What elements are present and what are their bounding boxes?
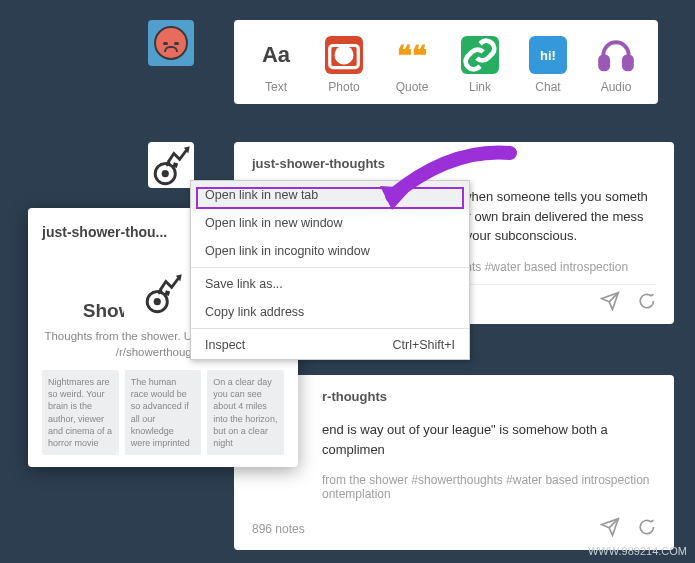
quote-icon: ❝❝ [393, 36, 431, 74]
compose-chat[interactable]: hi! Chat [514, 36, 582, 94]
svg-rect-2 [600, 57, 608, 70]
post-card-2: r-thoughts end is way out of your league… [234, 375, 674, 550]
compose-text[interactable]: Aa Text [242, 36, 310, 94]
gear-chart-icon [148, 142, 194, 188]
post-footer: 896 notes [252, 511, 656, 540]
audio-icon [597, 36, 635, 74]
ctx-separator [191, 328, 469, 329]
annotation-arrow [370, 138, 520, 232]
post-username[interactable]: r-thoughts [252, 389, 656, 404]
post-tags[interactable]: from the shower #showerthoughts #water b… [252, 473, 656, 501]
hover-card-thumbs: Nightmares are so weird. Your brain is t… [42, 370, 284, 455]
ctx-copy-link[interactable]: Copy link address [191, 298, 469, 326]
compose-label: Chat [535, 80, 560, 94]
reply-icon[interactable] [636, 291, 656, 314]
photo-icon [325, 36, 363, 74]
ctx-save-link[interactable]: Save link as... [191, 270, 469, 298]
hover-card-avatar[interactable] [128, 258, 198, 328]
share-icon[interactable] [600, 291, 620, 314]
post-body: end is way out of your league" is someho… [252, 420, 656, 459]
ctx-shortcut: Ctrl+Shift+I [392, 338, 455, 352]
hover-thumb[interactable]: On a clear day you can see about 4 miles… [207, 370, 284, 455]
compose-quote[interactable]: ❝❝ Quote [378, 36, 446, 94]
compose-audio[interactable]: Audio [582, 36, 650, 94]
svg-point-0 [335, 46, 354, 65]
text-icon: Aa [257, 36, 295, 74]
compose-label: Text [265, 80, 287, 94]
compose-card: Aa Text Photo ❝❝ Quote Link hi! Chat [234, 20, 658, 104]
watermark-text: WWW.989214.COM [588, 545, 687, 557]
compose-photo[interactable]: Photo [310, 36, 378, 94]
compose-label: Audio [601, 80, 632, 94]
compose-label: Link [469, 80, 491, 94]
gear-chart-icon [140, 270, 186, 316]
hover-thumb[interactable]: Nightmares are so weird. Your brain is t… [42, 370, 119, 455]
avatar-face-icon [154, 26, 188, 60]
reply-icon[interactable] [636, 517, 656, 540]
compose-link[interactable]: Link [446, 36, 514, 94]
notes-count[interactable]: 896 notes [252, 522, 305, 536]
ctx-open-incognito[interactable]: Open link in incognito window [191, 237, 469, 265]
compose-label: Photo [328, 80, 359, 94]
user-avatar[interactable] [148, 20, 194, 66]
compose-bar: Aa Text Photo ❝❝ Quote Link hi! Chat [148, 20, 658, 104]
svg-point-7 [154, 298, 161, 305]
chat-icon: hi! [529, 36, 567, 74]
svg-point-5 [162, 170, 169, 177]
share-icon[interactable] [600, 517, 620, 540]
ctx-separator [191, 267, 469, 268]
hover-thumb[interactable]: The human race would be so advanced if a… [125, 370, 202, 455]
ctx-inspect[interactable]: Inspect Ctrl+Shift+I [191, 331, 469, 359]
compose-label: Quote [396, 80, 429, 94]
link-icon [461, 36, 499, 74]
post-avatar[interactable] [148, 142, 194, 188]
svg-rect-3 [624, 57, 632, 70]
